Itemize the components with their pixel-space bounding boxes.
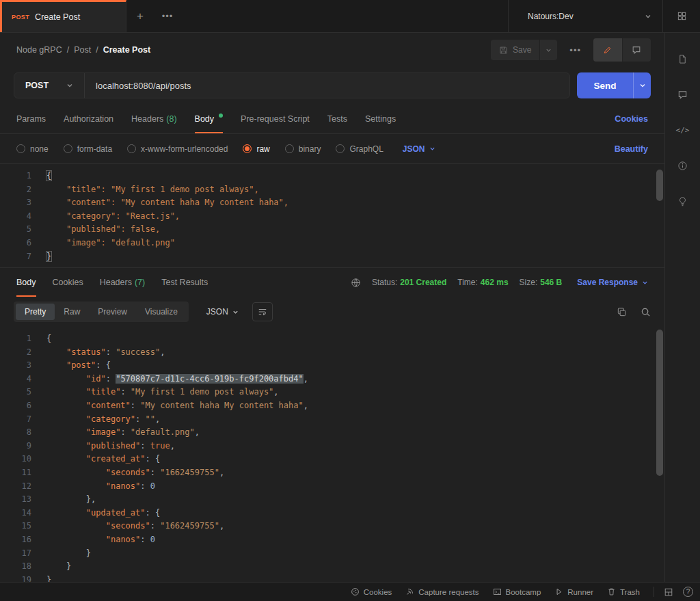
response-tab-test-results[interactable]: Test Results <box>161 268 208 297</box>
response-toolbar: Pretty Raw Preview Visualize JSON <box>0 297 664 327</box>
statusbar-label: Capture requests <box>418 588 479 596</box>
new-tab-button[interactable]: + <box>126 0 154 32</box>
comment-icon <box>632 45 641 55</box>
info-button[interactable] <box>665 148 700 183</box>
request-tab[interactable]: POST Create Post <box>0 0 126 32</box>
response-tab-body[interactable]: Body <box>16 268 36 297</box>
tab-label: Tests <box>327 114 347 124</box>
url-input[interactable] <box>85 73 569 98</box>
view-tab-visualize[interactable]: Visualize <box>136 304 187 320</box>
wrap-lines-button[interactable] <box>252 302 273 321</box>
code-line: 10 "created_at": { <box>0 453 664 466</box>
response-format-selector[interactable]: JSON <box>206 307 239 317</box>
comments-button[interactable] <box>622 38 651 62</box>
tab-label: Params <box>16 114 46 124</box>
breadcrumb: Node gRPC / Post / Create Post <box>16 45 150 55</box>
tab-label: Test Results <box>161 278 208 287</box>
bootcamp-button[interactable]: Bootcamp <box>493 587 541 596</box>
size-label: Size: <box>520 278 538 287</box>
panel-layout-button[interactable] <box>664 587 673 597</box>
capture-requests-button[interactable]: Capture requests <box>405 587 479 596</box>
info-icon <box>677 161 688 171</box>
breadcrumb-item-request[interactable]: Create Post <box>103 45 150 55</box>
copy-button[interactable] <box>617 307 627 317</box>
editor-scrollbar-thumb[interactable] <box>656 170 663 201</box>
breadcrumb-item-collection[interactable]: Node gRPC <box>16 45 62 55</box>
tab-body[interactable]: Body <box>195 104 224 133</box>
tab-label: Body <box>195 114 215 124</box>
trash-button[interactable]: Trash <box>607 587 640 596</box>
radio-x-www-form-urlencoded[interactable]: x-www-form-urlencoded <box>127 144 228 154</box>
help-button[interactable]: ? <box>683 587 693 597</box>
tab-pre-request-script[interactable]: Pre-request Script <box>241 104 310 133</box>
environment-quicklook-button[interactable] <box>662 0 700 32</box>
response-tab-headers[interactable]: Headers(7) <box>100 268 146 297</box>
response-tab-cookies[interactable]: Cookies <box>53 268 83 297</box>
code-line: 11 "seconds": "1662459755", <box>0 466 664 480</box>
method-selector[interactable]: POST <box>14 73 85 98</box>
tab-label: Pre-request Script <box>241 114 310 124</box>
lightbulb-button[interactable] <box>665 183 700 219</box>
code-line: 6 "content": "My content haha My content… <box>0 399 664 413</box>
cookies-button[interactable]: Cookies <box>351 587 392 596</box>
comments-panel-button[interactable] <box>665 77 700 112</box>
runner-button[interactable]: Runner <box>554 587 593 596</box>
view-tab-preview[interactable]: Preview <box>89 304 136 320</box>
headers-count: (8) <box>166 114 176 124</box>
code-line: 1{ <box>0 170 664 183</box>
line-number: 7 <box>0 413 31 427</box>
cookies-link-label: Cookies <box>615 114 648 124</box>
radio-icon <box>336 144 345 153</box>
radio-label: raw <box>256 144 269 154</box>
radio-raw[interactable]: raw <box>243 144 269 154</box>
code-line: 2 "title": "My first 1 demo post always"… <box>0 183 664 197</box>
radio-none[interactable]: none <box>16 144 49 154</box>
format-selector[interactable]: JSON <box>403 144 435 154</box>
code-icon: </> <box>676 126 690 135</box>
tab-headers[interactable]: Headers(8) <box>131 104 177 133</box>
breadcrumb-item-folder[interactable]: Post <box>74 45 91 55</box>
cookies-link[interactable]: Cookies <box>615 104 648 133</box>
send-button[interactable]: Send <box>577 72 633 98</box>
radio-binary[interactable]: binary <box>285 144 321 154</box>
radio-label: GraphQL <box>349 144 383 154</box>
line-number: 15 <box>0 520 31 533</box>
view-tab-pretty[interactable]: Pretty <box>16 304 55 320</box>
tab-tests[interactable]: Tests <box>327 104 347 133</box>
more-tabs-button[interactable]: ••• <box>154 0 181 32</box>
environment-selector[interactable]: Natours:Dev <box>508 0 662 32</box>
globe-icon[interactable] <box>351 278 361 288</box>
send-dropdown-button[interactable] <box>633 72 651 98</box>
radio-form-data[interactable]: form-data <box>64 144 112 154</box>
save-button[interactable]: Save <box>491 40 539 60</box>
edit-button[interactable] <box>593 38 622 62</box>
search-button[interactable] <box>641 307 651 317</box>
tab-params[interactable]: Params <box>16 104 46 133</box>
app-root: POST Create Post + ••• Natours:Dev Node … <box>0 0 700 601</box>
right-sidebar: </> <box>664 33 700 582</box>
view-tab-raw[interactable]: Raw <box>55 304 89 320</box>
url-row: POST Send <box>0 67 664 104</box>
code-line: 17 } <box>0 547 664 561</box>
view-tab-label: Preview <box>98 307 127 317</box>
body-modified-dot <box>219 113 223 118</box>
code-line: 15 "seconds": "1662459755", <box>0 520 664 533</box>
save-icon <box>499 46 508 55</box>
tab-authorization[interactable]: Authorization <box>64 104 113 133</box>
tab-settings[interactable]: Settings <box>365 104 396 133</box>
line-number: 1 <box>0 170 31 183</box>
line-number: 13 <box>0 493 31 507</box>
response-scrollbar-thumb[interactable] <box>656 330 663 476</box>
request-body-editor[interactable]: 1{2 "title": "My first 1 demo post alway… <box>0 164 664 268</box>
comment-icon <box>677 90 688 100</box>
line-number: 7 <box>0 250 31 264</box>
code-snippet-button[interactable]: </> <box>665 112 700 148</box>
save-dropdown-button[interactable] <box>539 40 557 60</box>
code-line: 4 "category": "React.js", <box>0 210 664 224</box>
radio-graphql[interactable]: GraphQL <box>336 144 383 154</box>
more-actions-button[interactable]: ••• <box>564 45 587 55</box>
response-body-viewer[interactable]: 1{2 "status": "success",3 "post": {4 "id… <box>0 327 664 582</box>
save-response-button[interactable]: Save Response <box>577 278 648 287</box>
beautify-link[interactable]: Beautify <box>615 144 648 154</box>
documentation-button[interactable] <box>665 41 700 77</box>
